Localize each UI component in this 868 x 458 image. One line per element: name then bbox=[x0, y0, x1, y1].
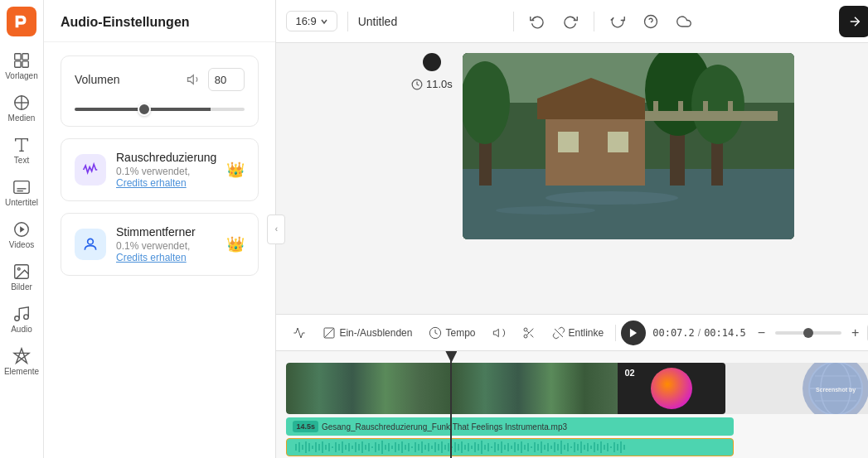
sidebar-item-audio[interactable]: Audio bbox=[0, 300, 43, 339]
export-arrow-icon bbox=[847, 14, 862, 29]
svg-rect-154 bbox=[590, 446, 592, 449]
video-preview bbox=[463, 53, 794, 239]
sidebar-item-elemente[interactable]: Elemente bbox=[0, 342, 43, 381]
undo-icon bbox=[530, 14, 545, 29]
clock-icon bbox=[411, 79, 423, 90]
topbar-divider-2 bbox=[513, 12, 514, 31]
volume-tl-button[interactable] bbox=[486, 323, 512, 343]
waveform-icon bbox=[82, 162, 99, 178]
sidebar-item-bilder[interactable]: Bilder bbox=[0, 258, 43, 296]
stimmentferner-icon-wrap bbox=[75, 229, 106, 260]
timeline: 02 Screenshot by bbox=[276, 350, 868, 458]
total-time: 00:14.5 bbox=[704, 327, 746, 339]
audio-settings-tl-button[interactable] bbox=[286, 323, 313, 343]
panel-collapse-handle[interactable]: ‹ bbox=[267, 215, 285, 244]
svg-rect-136 bbox=[531, 446, 532, 448]
preview-color-swatch[interactable] bbox=[423, 53, 441, 71]
svg-rect-159 bbox=[607, 443, 609, 451]
sidebar-item-videos[interactable]: Videos bbox=[0, 215, 43, 254]
svg-rect-140 bbox=[544, 445, 546, 450]
tl-divider bbox=[615, 325, 616, 341]
preview-scene-svg bbox=[463, 53, 794, 239]
svg-rect-87 bbox=[368, 443, 370, 451]
volume-label: Volumen bbox=[75, 73, 119, 86]
svg-point-47 bbox=[496, 206, 595, 215]
svg-rect-95 bbox=[395, 442, 396, 452]
undo-button[interactable] bbox=[524, 8, 550, 35]
svg-point-21 bbox=[644, 15, 657, 27]
sidebar-item-untertitel[interactable]: Untertitel bbox=[0, 173, 43, 212]
audio-track-2[interactable]: // Generate waveform visually via repeat… bbox=[286, 438, 734, 456]
svg-rect-117 bbox=[468, 443, 469, 451]
svg-rect-152 bbox=[584, 445, 585, 450]
play-button[interactable] bbox=[621, 321, 646, 345]
export-button[interactable] bbox=[839, 6, 868, 37]
volume-input[interactable] bbox=[208, 68, 245, 91]
svg-rect-65 bbox=[295, 444, 297, 451]
rauschreduzierung-card: Rauschreduzierung 0.1% verwendet, Credit… bbox=[61, 138, 259, 201]
audio-track-1[interactable]: 14.5s Gesang_Rauschreduzierung_Funk That… bbox=[286, 417, 734, 436]
play-icon bbox=[628, 327, 639, 339]
aspect-ratio-button[interactable]: 16:9 bbox=[286, 11, 337, 31]
rauschreduzierung-desc: 0.1% verwendet, Credits erhalten bbox=[116, 166, 216, 189]
zoom-in-button[interactable]: + bbox=[846, 324, 864, 342]
rauschreduzierung-credits-link[interactable]: Credits erhalten bbox=[116, 177, 187, 189]
svg-rect-102 bbox=[418, 444, 419, 451]
zoom-out-button[interactable]: − bbox=[753, 324, 770, 342]
sidebar-item-text-label: Text bbox=[14, 156, 29, 165]
sidebar-item-medien-label: Medien bbox=[8, 113, 36, 123]
svg-rect-135 bbox=[527, 443, 529, 451]
volume-slider[interactable] bbox=[75, 108, 245, 111]
sidebar-item-medien[interactable]: Medien bbox=[0, 89, 43, 128]
timeline-toolbar: Ein-/Ausblenden Tempo Entlinke 00:07.2 /… bbox=[276, 314, 868, 350]
zoom-controls: − + bbox=[753, 324, 865, 342]
svg-rect-144 bbox=[557, 444, 559, 451]
svg-rect-113 bbox=[454, 442, 456, 452]
svg-rect-44 bbox=[703, 101, 708, 121]
svg-rect-71 bbox=[315, 442, 317, 452]
svg-rect-130 bbox=[511, 446, 512, 449]
sidebar-item-bilder-label: Bilder bbox=[11, 282, 32, 292]
audio-icon bbox=[293, 326, 306, 340]
svg-rect-128 bbox=[504, 445, 506, 450]
sidebar-item-audio-label: Audio bbox=[11, 325, 32, 334]
svg-rect-108 bbox=[438, 444, 439, 451]
svg-rect-66 bbox=[298, 442, 300, 452]
svg-marker-19 bbox=[188, 75, 194, 84]
svg-rect-164 bbox=[623, 445, 625, 450]
sidebar-item-elemente-label: Elemente bbox=[4, 367, 39, 376]
zoom-slider[interactable] bbox=[775, 331, 841, 335]
video-track[interactable]: 02 Screenshot by bbox=[286, 363, 868, 414]
svg-rect-34 bbox=[608, 132, 628, 152]
unlink-icon bbox=[552, 326, 565, 340]
entlinke-button[interactable]: Entlinke bbox=[546, 323, 611, 343]
svg-rect-80 bbox=[345, 445, 347, 450]
svg-rect-114 bbox=[458, 444, 459, 451]
tempo-button[interactable]: Tempo bbox=[422, 323, 482, 343]
sidebar-item-untertitel-label: Untertitel bbox=[5, 198, 38, 207]
preview-controls: 11.0s bbox=[411, 53, 453, 90]
svg-rect-155 bbox=[594, 442, 595, 452]
app-logo[interactable] bbox=[7, 7, 36, 36]
main-area: 16:9 bbox=[276, 0, 868, 458]
sidebar-item-vorlagen[interactable]: Vorlagen bbox=[0, 46, 43, 85]
auto-save-button[interactable] bbox=[604, 8, 631, 35]
svg-rect-161 bbox=[613, 442, 615, 452]
redo-button[interactable] bbox=[557, 8, 584, 35]
help-button[interactable] bbox=[638, 8, 664, 35]
einausblenden-button[interactable]: Ein-/Ausblenden bbox=[316, 323, 419, 343]
svg-rect-84 bbox=[358, 444, 360, 451]
cloud-button[interactable] bbox=[671, 8, 697, 35]
svg-rect-153 bbox=[587, 443, 589, 451]
project-title-input[interactable] bbox=[358, 15, 503, 28]
svg-rect-109 bbox=[441, 441, 443, 453]
svg-rect-67 bbox=[302, 445, 303, 450]
stimmentferner-credits-link[interactable]: Credits erhalten bbox=[116, 252, 187, 263]
watermark-circle: Screenshot by bbox=[803, 363, 868, 414]
split-button[interactable] bbox=[516, 323, 542, 343]
speaker-icon bbox=[187, 72, 201, 87]
svg-rect-141 bbox=[547, 443, 549, 451]
sidebar-item-text[interactable]: Text bbox=[0, 131, 43, 170]
svg-rect-41 bbox=[645, 111, 778, 121]
svg-rect-138 bbox=[537, 444, 539, 451]
